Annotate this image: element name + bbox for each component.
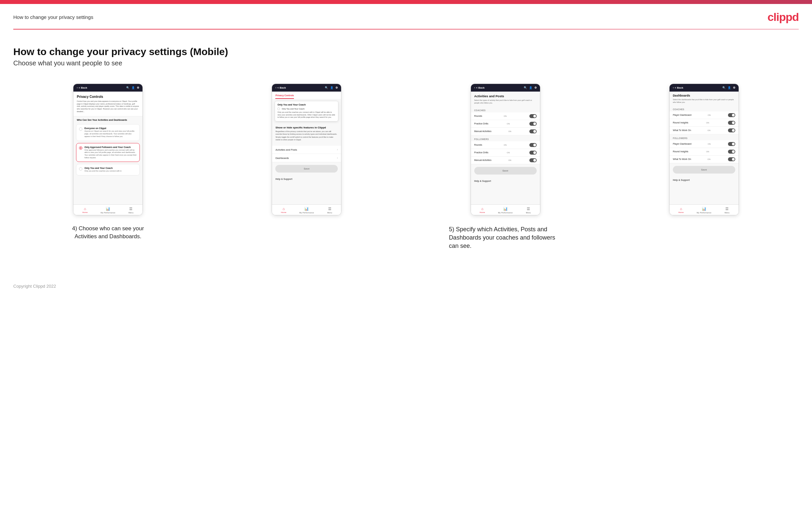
profile-icon[interactable]: 👤 — [132, 86, 135, 89]
profile-icon-3[interactable]: 👤 — [529, 86, 532, 89]
coaches-player-dash-label: Player Dashboard — [673, 114, 692, 116]
radio-coach-only[interactable] — [79, 167, 82, 171]
phone3-back[interactable]: ‹ < Back — [474, 86, 485, 89]
option-approved-title: Only Approved Followers and Your Coach — [84, 146, 137, 148]
coaches-round-insights-toggle[interactable] — [728, 121, 735, 125]
toggle-followers-player-dash: Player Dashboard ON — [669, 140, 739, 148]
tooltip-radio-option[interactable]: Only You and Your Coach — [277, 107, 336, 110]
mockup-group-3: ‹ < Back 🔍 👤 ⚙ Activities and Posts Sele… — [411, 83, 600, 250]
dashboards-row[interactable]: Dashboards › — [272, 154, 341, 162]
phone-mockup-1: ‹ < Back 🔍 👤 ⚙ Privacy Controls Control … — [73, 83, 143, 215]
privacy-tab: Privacy Controls — [272, 92, 341, 99]
menu-icon-2: ☰ — [328, 207, 332, 211]
nav-menu-4[interactable]: ☰ Menu — [716, 207, 739, 214]
followers-drills-toggle[interactable] — [529, 151, 537, 155]
home-icon-3: ⌂ — [481, 207, 484, 211]
followers-manual-toggle[interactable] — [529, 158, 537, 162]
followers-player-dash-toggle[interactable] — [728, 142, 735, 146]
settings-icon[interactable]: ⚙ — [137, 86, 139, 89]
phone2-back[interactable]: ‹ < Back — [275, 86, 286, 89]
nav-performance-1[interactable]: 📊 My Performance — [96, 207, 119, 214]
radio-approved[interactable] — [79, 146, 82, 150]
search-icon-3[interactable]: 🔍 — [524, 86, 527, 89]
tab-privacy-controls[interactable]: Privacy Controls — [275, 94, 294, 99]
tooltip-radio[interactable] — [277, 108, 280, 110]
nav-menu-label-3: Menu — [526, 212, 531, 214]
nav-performance-2[interactable]: 📊 My Performance — [295, 207, 318, 214]
search-icon[interactable]: 🔍 — [126, 86, 130, 89]
nav-home-4[interactable]: ⌂ Home — [669, 207, 693, 214]
settings-icon-2[interactable]: ⚙ — [336, 86, 338, 89]
option-coach-only[interactable]: Only You and Your Coach Only you and the… — [76, 164, 140, 175]
help-support-2[interactable]: Help & Support — [272, 175, 341, 183]
save-button-2[interactable]: Save — [275, 165, 338, 173]
settings-icon-4[interactable]: ⚙ — [733, 86, 735, 89]
toggle-coaches-round-insights: Round Insights ON — [669, 119, 739, 127]
help-support-4[interactable]: Help & Support — [669, 176, 739, 184]
followers-round-insights-label: Round Insights — [673, 150, 689, 153]
coaches-manual-on-label: ON — [508, 130, 511, 132]
nav-home-2[interactable]: ⌂ Home — [272, 207, 295, 214]
followers-rounds-toggle[interactable] — [529, 143, 537, 147]
settings-icon-3[interactable]: ⚙ — [535, 86, 537, 89]
nav-home-1[interactable]: ⌂ Home — [73, 207, 96, 214]
header: How to change your privacy settings clip… — [0, 4, 812, 29]
coaches-what-to-work-on: ON — [707, 129, 710, 131]
toggle-coaches-rounds: Rounds ON — [471, 112, 540, 120]
coaches-label-3: COACHES — [471, 107, 540, 112]
menu-icon-3: ☰ — [527, 207, 530, 211]
top-bar — [0, 0, 812, 4]
nav-menu-1[interactable]: ☰ Menu — [119, 207, 143, 214]
coaches-rounds-toggle[interactable] — [529, 114, 537, 118]
followers-what-to-work-on: ON — [707, 158, 710, 160]
breadcrumb: How to change your privacy settings — [13, 14, 93, 20]
phone4-back[interactable]: ‹ < Back — [673, 86, 683, 89]
nav-home-3[interactable]: ⌂ Home — [471, 207, 494, 214]
show-hide-title: Show or hide specific features in Clippd — [275, 126, 338, 129]
phone1-content: Privacy Controls Control how you and you… — [73, 92, 143, 205]
profile-icon-4[interactable]: 👤 — [728, 86, 731, 89]
nav-performance-label-1: My Performance — [101, 212, 115, 214]
coaches-what-to-work-toggle[interactable] — [728, 128, 735, 132]
activities-posts-row[interactable]: Activities and Posts › — [272, 146, 341, 154]
toggle-followers-manual: Manual Activities ON — [471, 157, 540, 164]
coaches-player-dash-toggle[interactable] — [728, 113, 735, 117]
option-coach-only-title: Only You and Your Coach — [84, 167, 121, 169]
phone2-icons: 🔍 👤 ⚙ — [325, 86, 338, 89]
radio-everyone[interactable] — [79, 127, 82, 131]
performance-icon-4: 📊 — [702, 207, 706, 211]
nav-menu-2[interactable]: ☰ Menu — [318, 207, 341, 214]
coaches-manual-toggle[interactable] — [529, 129, 537, 133]
save-button-4[interactable]: Save — [673, 166, 735, 174]
nav-home-label-3: Home — [479, 211, 485, 213]
nav-menu-3[interactable]: ☰ Menu — [517, 207, 540, 214]
mockup-group-4: ‹ < Back 🔍 👤 ⚙ Dashboards Select the das… — [609, 83, 799, 215]
search-icon-4[interactable]: 🔍 — [722, 86, 726, 89]
followers-manual-label: Manual Activities — [474, 159, 492, 161]
nav-performance-3[interactable]: 📊 My Performance — [494, 207, 517, 214]
followers-what-to-work-toggle[interactable] — [728, 157, 735, 161]
search-icon-2[interactable]: 🔍 — [325, 86, 328, 89]
menu-icon-4: ☰ — [725, 207, 729, 211]
phone1-back[interactable]: ‹ < Back — [77, 86, 87, 89]
coaches-drills-toggle[interactable] — [529, 122, 537, 126]
coaches-what-to-work-label: What To Work On — [673, 129, 691, 131]
home-icon: ⌂ — [84, 207, 86, 211]
profile-icon-2[interactable]: 👤 — [330, 86, 334, 89]
menu-icon-1: ☰ — [129, 207, 133, 211]
activities-posts-label: Activities and Posts — [275, 148, 297, 151]
nav-menu-label-4: Menu — [725, 212, 730, 214]
help-support-3[interactable]: Help & Support — [471, 177, 540, 185]
nav-performance-label-3: My Performance — [498, 212, 513, 214]
toggle-coaches-drills: Practice Drills ON — [471, 120, 540, 128]
option-everyone[interactable]: Everyone on Clippd Anyone on Clippd can … — [76, 124, 140, 141]
toggle-followers-drills: Practice Drills ON — [471, 149, 540, 157]
nav-performance-4[interactable]: 📊 My Performance — [693, 207, 715, 214]
coaches-player-dash-on: ON — [708, 114, 711, 116]
followers-round-insights-toggle[interactable] — [728, 150, 735, 154]
nav-menu-label-1: Menu — [129, 212, 134, 214]
option-approved[interactable]: Only Approved Followers and Your Coach O… — [76, 143, 140, 162]
save-button-3[interactable]: Save — [474, 167, 537, 174]
followers-drills-label: Practice Drills — [474, 151, 489, 154]
show-hide-desc: Regardless of the privacy controls that … — [275, 130, 338, 141]
